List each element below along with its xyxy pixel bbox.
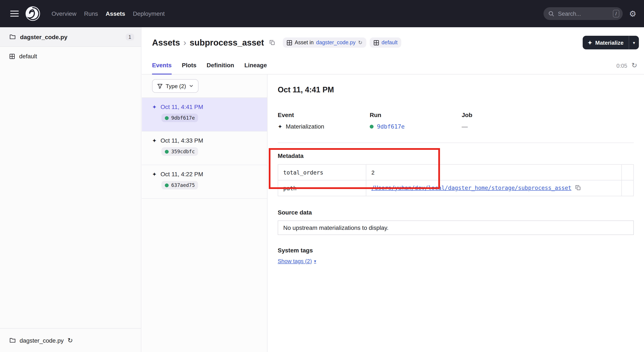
metadata-value: /Users/yuhan/dev/local/dagster_home/stor… [366, 180, 622, 196]
job-empty-value: — [462, 123, 468, 130]
run-id: 637aed75 [171, 182, 195, 188]
nav-runs[interactable]: Runs [84, 10, 98, 17]
nav-links: Overview Runs Assets Deployment [52, 10, 164, 17]
show-tags-label: Show tags (2) [278, 258, 312, 264]
materialize-sparkle-icon: ✦ [588, 40, 592, 45]
dagster-logo[interactable] [25, 6, 40, 21]
event-list-item[interactable]: ✦ Oct 11, 4:41 PM 9dbf617e [142, 98, 267, 131]
tab-lineage[interactable]: Lineage [244, 62, 267, 74]
dagster-app: Overview Runs Assets Deployment Search..… [0, 0, 644, 352]
event-label: Event [278, 111, 370, 118]
run-label: Run [370, 111, 462, 118]
asset-sidebar: dagster_code.py 1 default dagster_code.p… [0, 27, 142, 352]
event-list-pane: Type (2) ✦ Oct 11, 4:41 PM 9dbf617e [142, 74, 268, 352]
metadata-extra-cell [622, 164, 634, 180]
asset-tags: Asset in dagster_code.py ↻ default [283, 37, 402, 48]
event-filter-row: Type (2) [142, 74, 267, 98]
run-id-chip[interactable]: 359cdbfc [162, 147, 198, 156]
type-filter-label: Type (2) [166, 83, 186, 89]
materialize-split-button: ✦ Materialize ▾ [582, 36, 639, 49]
job-column: Job — [462, 111, 472, 130]
nav-overview[interactable]: Overview [52, 10, 76, 17]
tag-asset-in-code-location[interactable]: Asset in dagster_code.py ↻ [283, 37, 366, 48]
page-title: subprocess_asset [190, 38, 264, 47]
reload-definitions-icon[interactable]: ↻ [358, 40, 362, 45]
settings-gear-icon[interactable]: ⚙ [629, 9, 636, 18]
run-id-chip[interactable]: 9dbf617e [162, 114, 198, 122]
event-column: Event ✦ Materialization [278, 111, 370, 130]
code-location-link[interactable]: dagster_code.py [316, 39, 356, 45]
metadata-value: 2 [366, 164, 622, 180]
event-timestamp: Oct 11, 4:41 PM [160, 103, 203, 110]
sidebar-footer-code-location: dagster_code.py ↻ [0, 328, 141, 352]
metadata-section: Metadata total_orders 2 path /Users/yuha… [278, 152, 634, 196]
materialization-icon: ✦ [278, 124, 282, 129]
source-data-title: Source data [278, 209, 634, 216]
folder-icon [9, 337, 16, 344]
event-list-item[interactable]: ✦ Oct 11, 4:22 PM 637aed75 [142, 165, 267, 199]
metadata-table: total_orders 2 path /Users/yuhan/dev/loc… [278, 164, 634, 196]
copy-path-icon[interactable] [575, 185, 581, 192]
group-icon [374, 40, 379, 45]
event-timestamp: Oct 11, 4:33 PM [160, 137, 203, 144]
tab-plots[interactable]: Plots [182, 62, 196, 74]
metadata-key: total_orders [278, 164, 366, 180]
materialize-button[interactable]: ✦ Materialize [582, 36, 629, 49]
materialization-icon: ✦ [152, 171, 157, 177]
menu-icon[interactable] [10, 11, 19, 16]
refresh-icon[interactable]: ↻ [632, 62, 637, 69]
breadcrumb-separator: › [183, 38, 186, 47]
event-detail-pane: Oct 11, 4:41 PM Event ✦ Materialization … [268, 74, 644, 352]
metadata-row: path /Users/yuhan/dev/local/dagster_home… [278, 180, 634, 196]
search-input[interactable]: Search... / [544, 7, 623, 20]
top-nav: Overview Runs Assets Deployment Search..… [0, 0, 644, 27]
tab-events[interactable]: Events [152, 62, 172, 74]
breadcrumb-assets-link[interactable]: Assets [152, 38, 180, 47]
sidebar-item-code-location[interactable]: dagster_code.py 1 [0, 27, 141, 47]
asset-icon [287, 40, 292, 45]
breadcrumb: Assets › subprocess_asset [152, 38, 275, 47]
run-status-dot [165, 150, 169, 153]
run-id: 9dbf617e [171, 115, 195, 121]
run-status-dot [165, 116, 169, 120]
sidebar-item-default-group[interactable]: default [0, 47, 141, 65]
nav-right: Search... / ⚙ [544, 7, 636, 20]
group-label: default [19, 53, 37, 60]
copy-asset-name-icon[interactable] [269, 39, 275, 45]
run-id-chip[interactable]: 637aed75 [162, 181, 198, 189]
run-id-link[interactable]: 9dbf617e [377, 123, 405, 130]
run-id: 359cdbfc [171, 149, 195, 154]
asset-tabs: Events Plots Definition Lineage 0:05 ↻ [142, 55, 644, 74]
event-timestamp: Oct 11, 4:22 PM [160, 171, 203, 177]
search-shortcut-key: / [613, 10, 619, 17]
event-detail-title: Oct 11, 4:41 PM [278, 85, 634, 94]
event-info-columns: Event ✦ Materialization Run 9dbf617e [278, 111, 634, 130]
run-status-dot [370, 124, 374, 128]
tab-definition[interactable]: Definition [206, 62, 234, 74]
show-tags-toggle[interactable]: Show tags (2) ▾ [278, 258, 316, 264]
refresh-countdown: 0:05 [616, 62, 628, 69]
metadata-path-link[interactable]: /Users/yuhan/dev/local/dagster_home/stor… [372, 185, 572, 191]
folder-icon [9, 34, 16, 40]
system-tags-title: System tags [278, 247, 634, 254]
nav-assets[interactable]: Assets [106, 10, 125, 17]
run-column: Run 9dbf617e [370, 111, 462, 130]
refresh-timer-group: 0:05 ↻ [616, 62, 637, 69]
tag-prefix: Asset in [295, 39, 314, 45]
group-link[interactable]: default [382, 39, 398, 45]
source-data-empty-state: No upstream materializations to display. [278, 221, 634, 235]
run-status-dot [165, 183, 169, 187]
dagster-logo-icon [25, 6, 40, 21]
materialization-icon: ✦ [152, 104, 157, 110]
materialize-dropdown-caret[interactable]: ▾ [629, 36, 639, 49]
reload-code-location-icon[interactable]: ↻ [68, 337, 73, 344]
type-filter-button[interactable]: Type (2) [152, 79, 198, 93]
search-placeholder: Search... [558, 10, 581, 17]
tag-group-default[interactable]: default [370, 37, 402, 48]
caret-down-icon: ▾ [314, 259, 316, 264]
event-list-item[interactable]: ✦ Oct 11, 4:33 PM 359cdbfc [142, 131, 267, 165]
nav-deployment[interactable]: Deployment [133, 10, 164, 17]
event-time-row: ✦ Oct 11, 4:41 PM [152, 103, 260, 110]
metadata-key: path [278, 180, 366, 196]
filter-icon [157, 83, 163, 89]
